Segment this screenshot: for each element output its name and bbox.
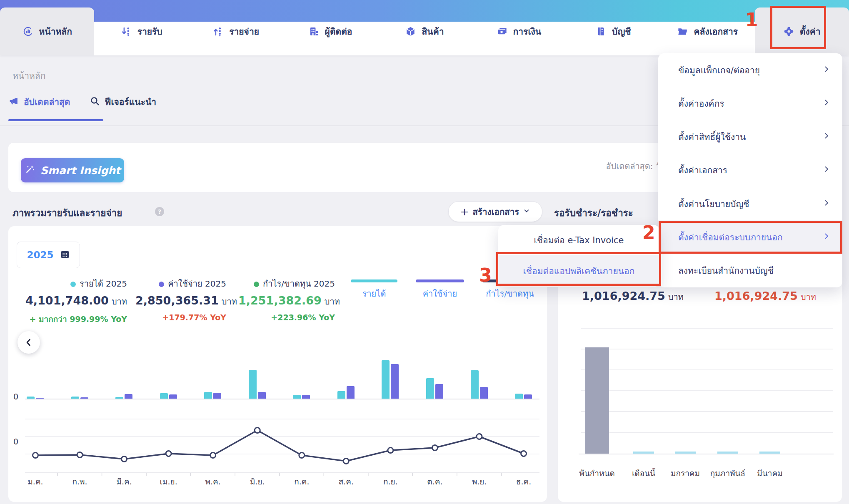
active-tab-underline (8, 119, 103, 121)
series-toggle-label: กำไร/ขาดทุน (482, 287, 537, 300)
expense-bar (258, 392, 266, 399)
help-icon[interactable]: ? (155, 207, 164, 216)
settings-menu-item-0[interactable]: ข้อมูลแพ็กเกจ/ต่ออายุ (658, 53, 842, 87)
line-axis-zero-label: 0 (13, 437, 18, 446)
nav-item-label: บัญชี (612, 25, 631, 38)
pending-bar (759, 452, 780, 454)
tab-1[interactable]: ฟีเจอร์แนะนำ (90, 95, 157, 109)
settings-menu-item-6[interactable]: ลงทะเบียนสำนักงานบัญชี (658, 254, 842, 287)
legend-dot (254, 282, 259, 287)
receivable-amount: 1,016,924.75บาท (574, 289, 684, 304)
menu-item-label: ตั้งค่าเอกสาร (678, 163, 727, 177)
summary-value: 1,251,382.69บาท (238, 294, 335, 308)
nav-item-label: สินค้า (422, 25, 444, 38)
month-label: พ.ย. (461, 475, 498, 488)
pending-bar (717, 452, 738, 454)
settings-menu-item-5[interactable]: ตั้งค่าเชื่อมต่อระบบภายนอก (658, 220, 842, 254)
profit-loss-line-chart (25, 416, 539, 478)
nav-item-7[interactable]: คลังเอกสาร (660, 7, 754, 55)
month-label: ม.ค. (17, 475, 54, 488)
nav-item-1[interactable]: รายรับ (94, 7, 188, 55)
main-nav-items: หน้าหลักรายรับรายจ่ายผู้ติดต่อสินค้าการเ… (0, 7, 849, 55)
series-toggle-0[interactable]: รายได้ (351, 279, 397, 300)
tab-label: ฟีเจอร์แนะนำ (105, 95, 157, 109)
expense-bar (435, 384, 443, 399)
nav-item-label: รายจ่าย (229, 25, 259, 38)
nav-item-2[interactable]: รายจ่าย (189, 7, 283, 55)
month-label: พ.ค. (194, 475, 232, 488)
search-icon (90, 96, 100, 108)
chevron-right-icon (822, 199, 831, 209)
income-bar (382, 360, 390, 399)
app-root: หน้าหลักรายรับรายจ่ายผู้ติดต่อสินค้าการเ… (0, 0, 849, 504)
submenu-item-0[interactable]: เชื่อมต่อ e-Tax Invoice (498, 225, 659, 255)
menu-item-label: ตั้งค่านโยบายบัญชี (678, 197, 749, 211)
expense-bar (302, 395, 310, 399)
gear-icon (783, 26, 794, 37)
nav-item-label: ตั้งค่า (800, 25, 821, 38)
finance-icon (497, 26, 508, 37)
expense-bar (36, 398, 44, 399)
settings-menu-item-3[interactable]: ตั้งค่าเอกสาร (658, 154, 842, 187)
income-bar (115, 397, 123, 399)
nav-item-0[interactable]: หน้าหลัก (0, 7, 94, 55)
income-bar (27, 397, 35, 399)
tab-0[interactable]: อัปเดตล่าสุด (8, 95, 70, 109)
income-bar (337, 391, 345, 399)
smart-insight-button[interactable]: Smart Insight (21, 158, 124, 182)
settings-menu-item-1[interactable]: ตั้งค่าองค์กร (658, 87, 842, 120)
submenu-item-1[interactable]: เชื่อมต่อแอปพลิเคชันภายนอก (498, 255, 659, 287)
bar-chart-axis (25, 399, 539, 399)
month-label: ก.ย. (372, 475, 409, 488)
series-toggle-label: ค่าใช้จ่าย (416, 287, 464, 300)
year-selector[interactable]: 2025 (17, 242, 80, 268)
chevron-down-icon (523, 207, 530, 217)
month-label: ก.พ. (61, 475, 99, 488)
nav-item-8[interactable]: ตั้งค่า (755, 7, 849, 55)
nav-item-label: การเงิน (513, 25, 542, 38)
settings-menu-item-4[interactable]: ตั้งค่านโยบายบัญชี (658, 187, 842, 220)
month-label: ธ.ค. (505, 475, 542, 488)
settings-menu-item-2[interactable]: ตั้งค่าสิทธิ์ผู้ใช้งาน (658, 120, 842, 154)
legend-entry: ค่าใช้จ่าย 2025 (135, 277, 226, 290)
create-document-button[interactable]: + สร้างเอกสาร (448, 201, 542, 222)
expense-bar (347, 386, 355, 399)
expense-bar (480, 387, 488, 399)
expense-icon (212, 26, 224, 37)
income-bar (471, 370, 479, 399)
menu-item-label: ตั้งค่าสิทธิ์ผู้ใช้งาน (678, 130, 746, 144)
chart-prev-button[interactable] (17, 331, 40, 354)
pending-bar (633, 452, 654, 454)
smart-insight-label: Smart Insight (40, 165, 120, 177)
overview-chart-card: 2025 รายได้ 20254,101,748.00บาท+ มากกว่า… (8, 226, 547, 502)
summary-col-0: รายได้ 20254,101,748.00บาท+ มากกว่า 999.… (17, 277, 127, 325)
gridline (581, 390, 833, 391)
nav-item-4[interactable]: สินค้า (377, 7, 472, 55)
series-color-line (416, 279, 464, 282)
nav-item-6[interactable]: บัญชี (566, 7, 660, 55)
payable-amount: 1,016,924.75บาท (707, 289, 816, 304)
chevron-right-icon (822, 98, 831, 109)
nav-item-5[interactable]: การเงิน (472, 7, 566, 55)
series-toggle-1[interactable]: ค่าใช้จ่าย (416, 279, 464, 300)
yoy-badge: + มากกว่า 999.99% YoY (17, 313, 127, 325)
nav-item-3[interactable]: ผู้ติดต่อ (283, 7, 377, 55)
series-color-line (351, 279, 397, 282)
month-label: มี.ค. (105, 475, 143, 488)
expense-bar (391, 364, 399, 399)
bar-axis-zero-label: 0 (13, 392, 18, 401)
summary-value: 2,850,365.31บาท (135, 294, 226, 308)
expense-bar (80, 397, 88, 399)
menu-item-label: ตั้งค่าองค์กร (678, 97, 724, 110)
external-connect-submenu: เชื่อมต่อ e-Tax Invoiceเชื่อมต่อแอปพลิเค… (498, 225, 659, 287)
pending-category-label: พ้นกำหนด (571, 467, 623, 479)
megaphone-icon (8, 96, 19, 108)
pending-category-label: มีนาคม (744, 467, 796, 479)
nav-item-label: หน้าหลัก (39, 25, 72, 38)
last-updated-text: อัปเดตล่าสุด: วันที (492, 160, 672, 173)
home-tabs: อัปเดตล่าสุดฟีเจอร์แนะนำ (8, 95, 156, 109)
chevron-right-icon (822, 232, 831, 242)
dashboard-icon (22, 26, 34, 37)
summary-col-1: ค่าใช้จ่าย 20252,850,365.31บาท+179.77% Y… (135, 277, 226, 322)
month-label: ก.ค. (283, 475, 320, 488)
